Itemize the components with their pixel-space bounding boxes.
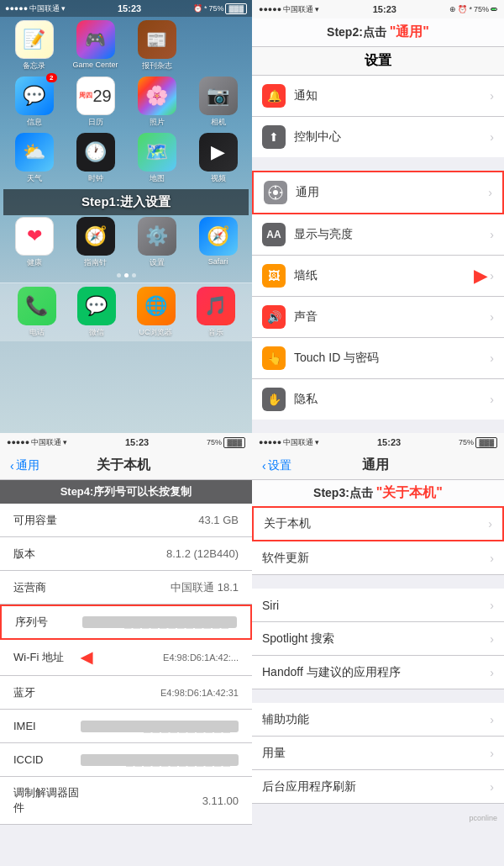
app-settings-home[interactable]: ⚙️ 设置 — [133, 217, 181, 268]
settings-touchid[interactable]: 👆 Touch ID 与密码 › — [252, 338, 504, 379]
siri-text: Siri — [262, 599, 490, 612]
app-videos[interactable]: ▶ 视频 — [194, 133, 243, 184]
accessibility-chevron: › — [490, 713, 494, 726]
app-messages[interactable]: 💬 2 信息 — [10, 77, 59, 128]
general-software-update[interactable]: 软件更新 › — [252, 541, 504, 575]
sounds-icon: 🔊 — [262, 305, 286, 329]
dock-browser[interactable]: 🌐 UC浏览器 — [132, 287, 181, 338]
app-health[interactable]: ❤ 健康 — [10, 217, 59, 268]
app-photos[interactable]: 🌸 照片 — [133, 77, 181, 128]
settings-control-center[interactable]: ⬆ 控制中心 › — [252, 117, 504, 157]
signal-icon: ●●●●● — [5, 4, 28, 13]
battery-icon-left: ▓▓▓ — [225, 3, 247, 14]
settings-notifications[interactable]: 🔔 通知 › — [252, 76, 504, 117]
bluetooth-label: 蓝牙 — [13, 685, 81, 700]
app-maps[interactable]: 🗺️ 地图 — [133, 133, 181, 184]
status-bar-bottom-right: ●●●●● 中国联通 ▾ 15:23 75% ▓▓▓ — [252, 433, 504, 451]
general-accessibility[interactable]: 辅助功能 › — [252, 703, 504, 737]
capacity-value: 43.1 GB — [81, 514, 239, 526]
step4-label: Step4:序列号可以长按复制 — [0, 480, 252, 504]
settings-group-1: 🔔 通知 › ⬆ 控制中心 › — [252, 76, 504, 157]
app-clock-label: 时钟 — [88, 173, 103, 184]
battery-left: 75% — [208, 4, 223, 13]
app-compass[interactable]: 🧭 指南针 — [71, 217, 120, 268]
wallpaper-chevron: › — [490, 269, 494, 283]
back-btn-general[interactable]: ‹ 设置 — [262, 458, 291, 473]
dock-wechat[interactable]: 💬 微信 — [72, 287, 121, 338]
dock-browser-label: UC浏览器 — [139, 327, 173, 338]
back-btn-about[interactable]: ‹ 通用 — [10, 458, 39, 473]
app-camera[interactable]: 📷 相机 — [194, 77, 243, 128]
carrier-br: 中国联通 — [283, 437, 313, 448]
back-chevron-general: ‹ — [262, 459, 266, 473]
general-usage[interactable]: 用量 › — [252, 737, 504, 770]
back-chevron-about: ‹ — [10, 459, 14, 473]
alarm-icon-right: ⏰ — [458, 5, 467, 13]
wallpaper-icon: 🖼 — [262, 264, 286, 288]
general-handoff[interactable]: Handoff 与建议的应用程序 › — [252, 656, 504, 689]
settings-display[interactable]: AA 显示与亮度 › — [252, 214, 504, 256]
wifi-bl: ▾ — [63, 438, 67, 446]
app-health-label: 健康 — [27, 257, 42, 268]
battery-icon-br: ▓▓▓ — [475, 437, 497, 448]
app-safari[interactable]: 🧭 Safari — [194, 217, 243, 268]
capacity-label: 可用容量 — [13, 513, 81, 528]
settings-general[interactable]: 通用 › — [252, 171, 504, 214]
battery-bl: 75% — [207, 438, 222, 446]
general-spotlight[interactable]: Spotlight 搜索 › — [252, 622, 504, 656]
settings-title: 设置 — [252, 47, 504, 76]
app-newsstand[interactable]: 📰 报刊杂志 — [133, 20, 181, 71]
settings-screen: ●●●●● 中国联通 ▾ 15:23 ⊕ ⏰ * 75% Step2:点击 "通… — [252, 0, 504, 433]
touchid-chevron: › — [490, 351, 494, 365]
bluetooth-icon-right: * — [469, 5, 472, 13]
wifi-icon-right: ▾ — [315, 5, 319, 13]
general-background-refresh[interactable]: 后台应用程序刷新 › — [252, 770, 504, 804]
settings-wallpaper[interactable]: 🖼 墙纸 ▶ › — [252, 256, 504, 297]
dock-phone[interactable]: 📞 电话 — [13, 287, 61, 338]
step3-label: Step3:点击 — [313, 486, 373, 499]
time-left: 15:23 — [118, 3, 141, 13]
dock-music[interactable]: 🎵 音乐 — [192, 287, 240, 338]
general-settings-screen: ●●●●● 中国联通 ▾ 15:23 75% ▓▓▓ ‹ 设置 通用 — [252, 433, 504, 866]
general-siri[interactable]: Siri › — [252, 589, 504, 622]
app-placeholder — [194, 20, 243, 71]
info-carrier: 运营商 中国联通 18.1 — [0, 571, 252, 605]
info-serial[interactable]: 序列号 ████████████ — [0, 605, 252, 640]
general-label: 通用 — [296, 185, 488, 200]
app-gamecenter[interactable]: 🎮 Game Center — [71, 20, 120, 71]
signal-bl: ●●●●● — [7, 438, 29, 446]
general-about[interactable]: 关于本机 › — [252, 506, 504, 541]
app-notes[interactable]: 📝 备忘录 — [10, 20, 59, 71]
settings-sounds[interactable]: 🔊 声音 › — [252, 297, 504, 338]
app-notes-label: 备忘录 — [23, 61, 45, 71]
info-capacity: 可用容量 43.1 GB — [0, 504, 252, 537]
general-nav: ‹ 设置 通用 — [252, 451, 504, 480]
battery-icon-bl: ▓▓▓ — [223, 437, 245, 448]
dot-3 — [132, 273, 136, 277]
wifi-br: ▾ — [315, 438, 319, 446]
red-arrow: ▶ — [474, 266, 486, 286]
wifi-addr-value: E4:98:D6:1A:42:... — [97, 652, 239, 663]
privacy-label: 隐私 — [294, 392, 490, 407]
app-weather[interactable]: ⛅ 天气 — [10, 133, 59, 184]
alarm-icon: ⏰ — [193, 4, 202, 13]
dock-wechat-label: 微信 — [89, 327, 104, 338]
imei-value: ██████████ — [81, 721, 239, 732]
touchid-label: Touch ID 与密码 — [294, 351, 490, 366]
bluetooth-value: E4:98:D6:1A:42:31 — [81, 688, 239, 698]
app-videos-label: 视频 — [211, 173, 226, 184]
red-arrow-info: ◀ — [81, 648, 92, 667]
accessibility-text: 辅助功能 — [262, 712, 490, 727]
info-bluetooth: 蓝牙 E4:98:D6:1A:42:31 — [0, 676, 252, 710]
bluetooth-icon-left: * — [204, 4, 207, 13]
settings-privacy[interactable]: ✋ 隐私 › — [252, 379, 504, 420]
spotlight-chevron: › — [490, 632, 494, 646]
app-calendar-label: 日历 — [88, 117, 103, 128]
step1-label: Step1:进入设置 — [81, 194, 171, 209]
usage-text: 用量 — [262, 746, 490, 761]
watermark: pconline — [252, 811, 504, 826]
general-group-2: Siri › Spotlight 搜索 › Handoff 与建议的应用程序 › — [252, 589, 504, 689]
info-iccid: ICCID ████████████ — [0, 743, 252, 777]
app-clock[interactable]: 🕐 时钟 — [71, 133, 120, 184]
app-calendar[interactable]: 周四 29 日历 — [71, 77, 120, 128]
